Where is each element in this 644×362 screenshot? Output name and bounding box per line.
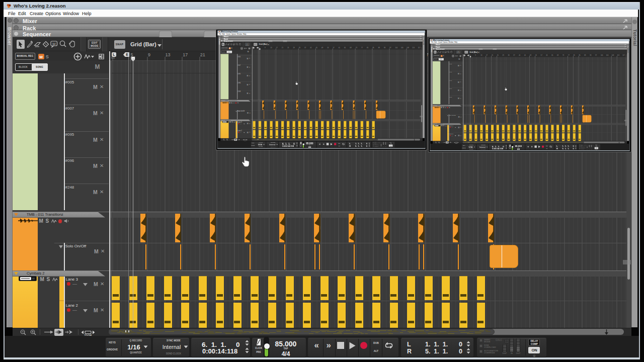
svg-text:E: E [126, 53, 128, 56]
svg-text:M: M [445, 51, 446, 52]
svg-text:M: M [52, 42, 55, 46]
svg-text:M: M [233, 44, 234, 45]
svg-text:E: E [468, 54, 469, 55]
svg-text:E: E [257, 47, 258, 48]
